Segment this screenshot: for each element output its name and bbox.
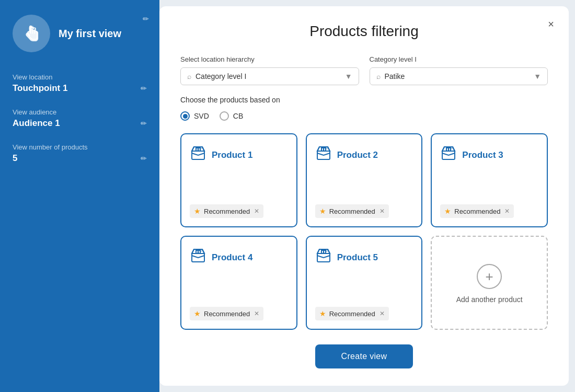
product-card[interactable]: Product 3 ★ Recommended ✕	[431, 133, 548, 227]
pencil-icon	[143, 15, 149, 23]
svg-point-12	[200, 250, 202, 252]
category-level-select[interactable]: Patike Obuca	[385, 72, 534, 80]
product-tag-label: Recommended	[329, 207, 375, 215]
sidebar-location-label: View location	[13, 73, 147, 81]
add-product-label: Add another product	[456, 295, 523, 304]
sidebar-location-section: View location Touchpoint 1	[13, 73, 147, 94]
product-box-icon	[315, 247, 332, 268]
sidebar-location-value: Touchpoint 1	[13, 83, 67, 94]
sidebar-audience-row: Audience 1	[13, 118, 147, 129]
product-tag: ★ Recommended ✕	[315, 204, 389, 218]
product-card-inner: Product 1	[190, 145, 252, 165]
product-tag-label: Recommended	[204, 207, 250, 215]
create-view-label: Create view	[341, 352, 387, 361]
star-icon: ★	[319, 309, 326, 318]
product-card-inner: Product 5	[315, 247, 378, 268]
product-tag: ★ Recommended ✕	[440, 204, 514, 218]
product-tag: ★ Recommended ✕	[190, 204, 263, 218]
remove-tag-button[interactable]: ✕	[254, 310, 259, 317]
product-name: Product 2	[337, 150, 378, 160]
radio-svd[interactable]: SVD	[180, 111, 209, 121]
main-panel: × Products filtering Select location hie…	[159, 6, 569, 386]
location-hierarchy-group: Select location hierarchy ⌕ Category lev…	[180, 55, 359, 85]
add-plus-circle: +	[477, 264, 502, 289]
star-icon: ★	[319, 207, 326, 215]
chevron-down-icon: ▼	[534, 72, 541, 80]
sidebar-logo-circle	[13, 15, 50, 52]
category-level-group: Category level I ⌕ Patike Obuca ▼	[370, 55, 548, 85]
add-product-card[interactable]: + Add another product	[431, 236, 548, 330]
product-tag-label: Recommended	[204, 310, 250, 318]
radio-cb-label: CB	[233, 112, 243, 120]
remove-tag-button[interactable]: ✕	[380, 207, 385, 215]
close-icon: ×	[548, 18, 554, 30]
sidebar: My first view View location Touchpoint 1…	[0, 0, 159, 392]
product-card[interactable]: Product 1 ★ Recommended ✕	[180, 133, 297, 227]
radio-svd-label: SVD	[194, 112, 209, 120]
modal-title: Products filtering	[180, 23, 548, 40]
location-hierarchy-select-wrapper[interactable]: ⌕ Category level I Category level II ▼	[180, 67, 359, 85]
product-card[interactable]: Product 4 ★ Recommended ✕	[180, 236, 297, 330]
sidebar-number-value: 5	[13, 153, 17, 164]
product-card[interactable]: Product 2 ★ Recommended ✕	[306, 133, 423, 227]
star-icon: ★	[444, 207, 451, 215]
category-level-label: Category level I	[370, 55, 548, 63]
pencil-icon	[141, 155, 147, 163]
edit-number-button[interactable]	[141, 154, 147, 163]
radio-cb-circle	[220, 111, 229, 121]
sidebar-header: My first view	[13, 15, 147, 52]
chevron-down-icon: ▼	[345, 72, 352, 80]
edit-location-button[interactable]	[141, 84, 147, 93]
pencil-icon	[141, 85, 147, 93]
svg-point-6	[326, 147, 328, 149]
sidebar-audience-label: View audience	[13, 108, 147, 116]
product-box-icon	[440, 145, 457, 165]
remove-tag-button[interactable]: ✕	[504, 207, 510, 215]
product-name: Product 5	[337, 252, 378, 263]
svg-point-9	[451, 147, 453, 149]
radio-cb[interactable]: CB	[220, 111, 243, 121]
product-box-icon	[190, 247, 206, 268]
location-hierarchy-select[interactable]: Category level I Category level II	[196, 72, 345, 80]
product-name: Product 4	[212, 252, 252, 263]
edit-audience-button[interactable]	[141, 119, 147, 128]
product-tag-label: Recommended	[454, 207, 500, 215]
product-card-inner: Product 2	[315, 145, 378, 165]
pencil-icon	[141, 120, 147, 128]
sidebar-title: My first view	[59, 28, 121, 40]
remove-tag-button[interactable]: ✕	[254, 207, 259, 215]
svg-point-3	[200, 147, 202, 149]
sidebar-number-section: View number of products 5	[13, 143, 147, 164]
sidebar-audience-value: Audience 1	[13, 118, 60, 129]
remove-tag-button[interactable]: ✕	[380, 310, 385, 317]
star-icon: ★	[194, 207, 201, 215]
radio-group: SVD CB	[180, 111, 548, 121]
search-icon: ⌕	[376, 72, 381, 80]
edit-title-button[interactable]	[143, 15, 149, 23]
product-tag: ★ Recommended ✕	[315, 307, 389, 320]
product-card-inner: Product 3	[440, 145, 503, 165]
radio-svd-circle	[180, 111, 190, 121]
svg-point-15	[326, 250, 328, 252]
product-box-icon	[315, 145, 332, 165]
sidebar-number-label: View number of products	[13, 143, 147, 151]
sidebar-location-row: Touchpoint 1	[13, 83, 147, 94]
close-button[interactable]: ×	[543, 16, 559, 32]
create-view-button[interactable]: Create view	[315, 344, 413, 368]
category-level-select-wrapper[interactable]: ⌕ Patike Obuca ▼	[370, 67, 548, 85]
product-card-inner: Product 4	[190, 247, 252, 268]
product-tag-label: Recommended	[329, 310, 375, 318]
product-box-icon	[190, 145, 206, 165]
product-name: Product 1	[212, 150, 252, 160]
filter-form-row: Select location hierarchy ⌕ Category lev…	[180, 55, 548, 85]
search-icon: ⌕	[187, 72, 191, 80]
sidebar-audience-section: View audience Audience 1	[13, 108, 147, 129]
product-name: Product 3	[462, 150, 503, 160]
product-card[interactable]: Product 5 ★ Recommended ✕	[306, 236, 423, 330]
touch-icon	[21, 23, 42, 44]
product-grid: Product 1 ★ Recommended ✕	[180, 133, 548, 330]
star-icon: ★	[194, 309, 201, 318]
sidebar-number-row: 5	[13, 153, 147, 164]
location-hierarchy-label: Select location hierarchy	[180, 55, 359, 63]
products-based-label: Choose the products based on	[180, 96, 548, 104]
